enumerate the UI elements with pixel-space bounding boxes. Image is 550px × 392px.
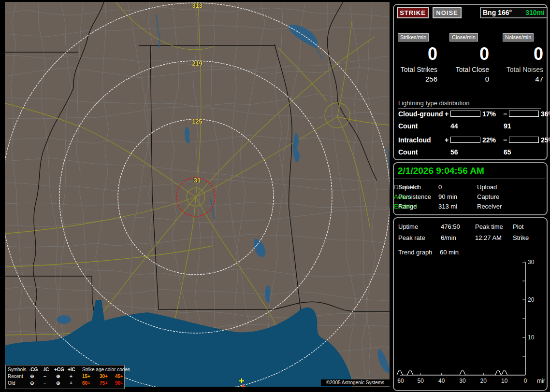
cg-plus-count: 44 [450, 122, 458, 130]
bearing-readout: Bng 166° 310mi [480, 7, 548, 18]
age-code-30: 30+ [100, 374, 108, 379]
noise-mode-button[interactable]: NOISE [433, 7, 462, 18]
total-noises-value: 47 [503, 75, 543, 83]
legend-symbols-header: Symbols [8, 367, 26, 372]
y-label-10: 10 [528, 334, 535, 341]
close-column: Close/min 0 Total Close 0 [449, 32, 489, 95]
cloud-ground-row: Cloud-ground + 17% − 36% [394, 110, 547, 118]
range-value: 313 mi [438, 203, 457, 210]
total-close-value: 0 [449, 75, 489, 83]
total-noises-label: Total Noises [503, 66, 543, 73]
range-label: Range [398, 203, 417, 210]
y-label-30: 30 [528, 259, 535, 266]
old-pos-ic-icon: + [70, 381, 72, 386]
receiver-label: Receiver [477, 203, 502, 210]
legend-row-recent-label: Recent [8, 374, 23, 379]
upload-label: Upload [477, 183, 497, 191]
trend-peak [495, 371, 501, 375]
recent-neg-cg-icon: ⊖ [30, 374, 34, 379]
legend-col-neg-cg: -CG [29, 367, 38, 372]
trend-peak [397, 371, 403, 375]
recent-pos-cg-icon: ⊕ [56, 374, 60, 379]
map-symbol-legend: Symbols -CG -IC +CG +IC Strike age color… [5, 365, 125, 389]
trend-peak [407, 371, 413, 375]
plus-sign: + [445, 110, 449, 118]
strike-counters-panel: STRIKE NOISE Bng 166° 310mi Strikes/min … [393, 4, 548, 160]
count-label: Count [398, 148, 418, 156]
range-receiver-row: Range 313 mi Receiver Enabled [394, 203, 545, 210]
ic-minus-percent: 25% [541, 136, 550, 144]
cg-minus-percent: 36% [541, 110, 550, 118]
cg-plus-bar [450, 111, 480, 117]
intracloud-count-row: Count 56 65 [394, 148, 547, 156]
cg-minus-count: 91 [504, 122, 511, 130]
old-neg-ic-icon: − [43, 381, 46, 386]
noises-column: Noises/min 0 Total Noises 47 [503, 32, 543, 95]
ic-minus-bar [509, 137, 539, 143]
total-strikes-label: Total Strikes [398, 66, 437, 73]
bearing-distance: 310mi [525, 8, 545, 17]
ic-plus-count: 56 [450, 148, 458, 156]
total-close-label: Total Close [449, 66, 489, 73]
noises-per-min-chip[interactable]: Noises/min [503, 33, 534, 42]
cloud-ground-count-row: Count 44 91 [394, 122, 547, 130]
x-label-40: 40 [438, 378, 445, 384]
strikes-column: Strikes/min 0 Total Strikes 256 [398, 32, 437, 95]
ring-label-31: 31 [194, 177, 201, 184]
y-label-20: 20 [528, 296, 535, 303]
persistence-label: Persistence [398, 193, 431, 200]
cg-plus-percent: 17% [482, 110, 496, 118]
age-code-75: 75+ [100, 381, 108, 386]
lightning-map[interactable]: 313 219 125 31 [5, 2, 390, 387]
trend-activity-peaks [397, 371, 507, 375]
strike-mode-button[interactable]: STRIKE [397, 7, 429, 18]
x-unit-label: min [537, 378, 545, 384]
capture-label: Capture [477, 193, 499, 200]
count-label: Count [398, 122, 418, 130]
squelch-value: 0 [438, 183, 442, 191]
old-pos-cg-icon: ⊕ [56, 381, 60, 386]
legend-col-neg-ic: -IC [43, 367, 49, 372]
bearing-value: Bng 166° [483, 9, 512, 16]
ring-label-125: 125 [192, 118, 203, 125]
trend-graph: 30 20 10 60 50 40 30 20 10 0 min [394, 218, 545, 388]
divider [394, 179, 545, 179]
legend-row-old-label: Old [8, 381, 15, 386]
age-code-45: 45+ [115, 374, 123, 379]
minus-sign: − [503, 136, 507, 144]
legend-col-pos-ic: +IC [68, 367, 75, 372]
age-code-90: 90+ [115, 381, 123, 386]
squelch-label: Squelch [398, 183, 421, 191]
squelch-upload-row: Squelch 0 Upload Disabled [394, 183, 545, 191]
cg-minus-bar [509, 111, 539, 117]
ic-minus-count: 65 [504, 148, 511, 156]
noises-per-min-value: 0 [503, 44, 543, 64]
trend-y-labels: 30 20 10 [528, 259, 535, 341]
ring-label-313: 313 [192, 2, 203, 9]
current-datetime: 2/1/2026 9:04:56 AM [398, 166, 484, 176]
age-code-60: 60+ [82, 381, 90, 386]
ic-plus-percent: 22% [482, 136, 496, 144]
strikes-per-min-chip[interactable]: Strikes/min [398, 33, 429, 42]
minus-sign: − [503, 110, 507, 118]
trend-panel: Uptime 476:50 Peak time Plot Peak rate 6… [393, 217, 548, 391]
persistence-value: 90 min [438, 193, 457, 200]
trend-ticks [420, 262, 525, 375]
ic-plus-bar [450, 137, 480, 143]
distribution-section-title: Lightning type distribution [398, 99, 541, 109]
persistence-capture-row: Persistence 90 min Capture Active [394, 193, 545, 201]
trend-peak [502, 371, 507, 375]
status-panel: 2/1/2026 9:04:56 AM Squelch 0 Upload Dis… [393, 162, 548, 215]
x-label-0: 0 [524, 378, 527, 384]
close-per-min-chip[interactable]: Close/min [449, 33, 478, 42]
trend-axes [400, 262, 525, 375]
total-strikes-value: 256 [398, 75, 437, 83]
trend-x-labels: 60 50 40 30 20 10 0 min [397, 378, 545, 384]
x-label-60: 60 [397, 378, 404, 384]
trend-peak [460, 371, 465, 375]
close-per-min-value: 0 [449, 44, 489, 64]
legend-col-pos-cg: +CG [54, 367, 64, 372]
x-label-30: 30 [459, 378, 466, 384]
intracloud-label: Intracloud [398, 136, 431, 144]
age-code-15: 15+ [82, 374, 90, 379]
